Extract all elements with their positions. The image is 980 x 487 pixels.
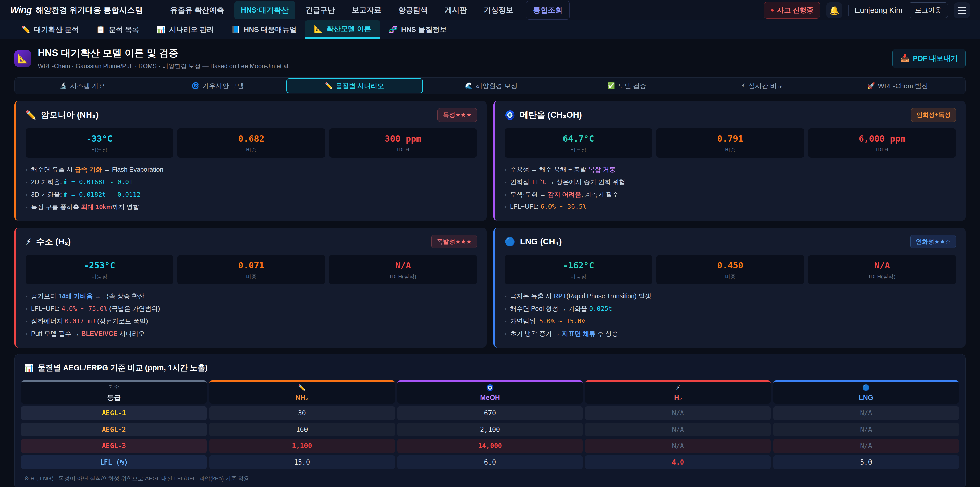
logout-button[interactable]: 로그아웃 xyxy=(908,2,948,18)
bullet-segment: 지표면 체류 xyxy=(562,330,596,337)
nav-item-긴급구난[interactable]: 긴급구난 xyxy=(299,1,342,19)
nav-item-보고자료[interactable]: 보고자료 xyxy=(345,1,388,19)
sub-nav: ✏️대기확산 분석📋분석 목록📊시나리오 관리📘HNS 대응매뉴얼📐확산모델 이… xyxy=(0,21,980,39)
bullet-dot: • xyxy=(504,179,507,186)
bullet-segment: 극저온 유출 시 xyxy=(510,292,554,300)
stat-box: 300 ppmIDLH xyxy=(329,128,477,158)
분석 목록-icon: 📋 xyxy=(96,25,105,34)
hamburger-menu-button[interactable] xyxy=(954,2,970,18)
subnav-item-HNS 대응매뉴얼[interactable]: 📘HNS 대응매뉴얼 xyxy=(223,21,305,38)
hydrogen-icon: ⚡ xyxy=(25,236,32,247)
page-header-text: HNS 대기확산 모델 이론 및 검증 WRF-Chem · Gaussian … xyxy=(38,46,886,70)
bullet-segment: (극넓은 가연범위) xyxy=(107,305,160,312)
bullet-item: •3D 기화율: ṁ = 0.0182t - 0.0112 xyxy=(25,188,477,201)
pdf-export-label: PDF 내보내기 xyxy=(913,54,958,63)
column-header-label: NH₃ xyxy=(295,394,308,402)
nav-item-기상정보[interactable]: 기상정보 xyxy=(477,1,520,19)
WRF-Chem 발전-icon: 🚀 xyxy=(867,82,875,89)
tab-시스템 개요[interactable]: 🔬시스템 개요 xyxy=(14,78,150,94)
table-cell: 4.0 xyxy=(585,455,771,469)
bullet-item: •점화에너지 0.017 mJ (정전기로도 폭발) xyxy=(25,315,477,327)
stat-box: 64.7°C비등점 xyxy=(504,128,652,158)
bullet-segment: 0.025t xyxy=(589,305,612,312)
tab-label: 모델 검증 xyxy=(618,81,646,90)
bullet-segment: 인화점 xyxy=(510,178,531,185)
bullet-dot: • xyxy=(25,179,27,186)
tab-실시간 비교[interactable]: ⚡실시간 비교 xyxy=(694,78,830,94)
nav-item-HNS·대기확산[interactable]: HNS·대기확산 xyxy=(234,1,295,19)
nav-item-유출유 확산예측[interactable]: 유출유 확산예측 xyxy=(164,1,231,19)
subnav-item-확산모델 이론[interactable]: 📐확산모델 이론 xyxy=(305,21,380,38)
bullet-segment: 최대 10km xyxy=(81,203,112,211)
HNS 대응매뉴얼-icon: 📘 xyxy=(231,25,240,34)
bullet-segment: 공기보다 xyxy=(31,292,59,300)
bullet-segment: (정전기로도 폭발) xyxy=(95,318,148,324)
stat-value: 0.071 xyxy=(180,260,323,270)
stat-value: -253°C xyxy=(28,260,171,270)
bullet-segment: 3D 기화율: xyxy=(31,191,64,198)
bullet-item: •2D 기화율: ṁ = 0.0168t - 0.01 xyxy=(25,176,477,188)
bullet-text: 해수면 유출 시 급속 기화 → Flash Evaporation xyxy=(31,165,163,174)
bullet-segment: 11°C xyxy=(531,178,546,186)
hazard-badge: 인화성+독성 xyxy=(911,108,956,122)
가우시안 모델-icon: 🌀 xyxy=(192,82,199,89)
bullet-segment: 가연범위: xyxy=(510,318,539,324)
subnav-item-대기확산 분석[interactable]: ✏️대기확산 분석 xyxy=(13,21,88,38)
bullet-dot: • xyxy=(504,293,507,300)
card-title: LNG (CH₄) xyxy=(520,237,906,246)
bullet-dot: • xyxy=(25,204,27,211)
bullet-segment: 6.0% ~ 36.5% xyxy=(541,203,587,210)
tab-모델 검증[interactable]: ✅모델 검증 xyxy=(559,78,694,94)
stat-value: -162°C xyxy=(507,260,650,270)
page-subtitle: WRF-Chem · Gaussian Plume/Puff · ROMS · … xyxy=(38,62,886,70)
tab-가우시안 모델[interactable]: 🌀가우시안 모델 xyxy=(150,78,286,94)
hazard-badge: 독성★★★ xyxy=(438,108,477,122)
card-methanol: 🧿메탄올 (CH₃OH)인화성+독성64.7°C비등점0.791비중6,000 … xyxy=(493,101,966,221)
bullet-dot: • xyxy=(25,166,27,173)
status-badge-label: 사고 진행중 xyxy=(777,6,814,15)
stat-box: 0.450비중 xyxy=(656,255,804,284)
notification-bell-button[interactable]: 🔔 xyxy=(826,2,842,18)
MeOH-icon: 🧿 xyxy=(486,384,494,391)
stat-label: 비중 xyxy=(180,146,323,153)
bullet-segment: (Rapid Phase Transition) 발생 xyxy=(566,292,651,300)
stat-box: 0.682비중 xyxy=(177,128,325,158)
methanol-icon: 🧿 xyxy=(504,110,515,120)
subnav-item-HNS 물질정보[interactable]: 🧬HNS 물질정보 xyxy=(380,21,455,38)
bullet-item: •LFL~UFL: 6.0% ~ 36.5% xyxy=(504,201,956,212)
hazard-badge: 인화성★★☆ xyxy=(910,235,956,249)
tab-label: 물질별 시나리오 xyxy=(336,81,384,90)
subnav-item-시나리오 관리[interactable]: 📊시나리오 관리 xyxy=(148,21,223,38)
stat-value: 0.682 xyxy=(180,134,323,144)
brand-logo: Wing xyxy=(10,5,32,16)
bullet-text: 2D 기화율: ṁ = 0.0168t - 0.01 xyxy=(31,178,133,186)
row-label-AEGL-1: AEGL-1 xyxy=(21,406,207,420)
stat-value: 300 ppm xyxy=(332,134,474,144)
card-bullets: •수용성 → 해수 용해 + 증발 복합 거동•인화점 11°C → 상온에서 … xyxy=(504,163,956,212)
bullet-segment: , 계측기 필수 xyxy=(581,191,619,198)
nav-item-게시판[interactable]: 게시판 xyxy=(438,1,474,19)
bullet-dot: • xyxy=(504,192,507,198)
pdf-export-button[interactable]: 📥 PDF 내보내기 xyxy=(892,49,966,68)
bullet-segment: 급속 기화 xyxy=(75,166,102,173)
bullet-item: •인화점 11°C → 상온에서 증기 인화 위험 xyxy=(504,176,956,188)
bullet-dot: • xyxy=(504,331,507,337)
card-bullets: •공기보다 14배 가벼움 → 급속 상승 확산•LFL~UFL: 4.0% ~… xyxy=(25,290,477,340)
table-cell: N/A xyxy=(585,439,771,453)
ammonia-icon: ✏️ xyxy=(25,110,36,120)
tab-물질별 시나리오[interactable]: ✏️물질별 시나리오 xyxy=(286,78,423,93)
tab-label: 해양환경 보정 xyxy=(476,81,517,90)
table-footnote: ※ H₂, LNG는 독성이 아닌 질식/인화성 위험으로 AEGL 대신 LF… xyxy=(21,475,959,482)
tab-WRF-Chem 발전[interactable]: 🚀WRF-Chem 발전 xyxy=(830,78,966,94)
subnav-item-분석 목록[interactable]: 📋분석 목록 xyxy=(88,21,148,38)
bullet-item: •극저온 유출 시 RPT(Rapid Phase Transition) 발생 xyxy=(504,290,956,302)
hazard-badge: 폭발성★★★ xyxy=(431,235,477,249)
table-cell: 670 xyxy=(397,406,583,420)
bullet-segment: 14배 가벼움 xyxy=(59,292,93,300)
nav-item-항공탐색[interactable]: 항공탐색 xyxy=(392,1,434,19)
page-header: 📐 HNS 대기확산 모델 이론 및 검증 WRF-Chem · Gaussia… xyxy=(0,39,980,76)
bullet-segment: 독성 구름 풍하측 xyxy=(31,203,81,211)
tab-해양환경 보정[interactable]: 🌊해양환경 보정 xyxy=(424,78,559,94)
nav-item-통합조회[interactable]: 통합조회 xyxy=(526,1,570,20)
tab-label: 시스템 개요 xyxy=(70,81,105,90)
